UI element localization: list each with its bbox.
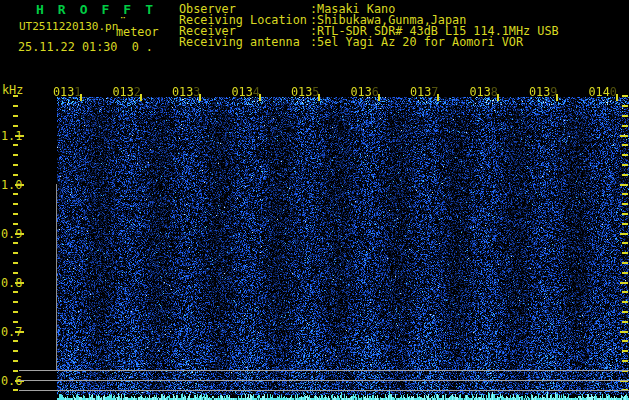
freq-minor-tick-right [622,321,628,323]
receiving-antenna-value: :5el Yagi Az 20 for Aomori VOR [310,37,523,48]
time-axis-label: 0132 [113,85,141,99]
time-minute-tick [378,94,380,101]
freq-major-tick-right [620,135,628,137]
time-minute-tick [80,94,82,101]
freq-major-tick-right [620,331,628,333]
time-axis-label: 0139 [529,85,557,99]
freq-major-tick-right [620,282,628,284]
time-minute-tick [318,94,320,101]
freq-minor-tick-right [622,154,628,156]
freq-major-tick-right [620,184,628,186]
time-axis-label: 0138 [470,85,498,99]
freq-minor-tick-right [622,223,628,225]
time-axis-label: 0140 [589,85,617,99]
freq-minor-tick-right [622,115,628,117]
freq-minor-tick-left [13,115,18,117]
freq-minor-tick-right [622,301,628,303]
freq-minor-tick-right [622,174,628,176]
freq-minor-tick-left [13,193,18,195]
time-minute-tick [199,94,201,101]
time-minute-tick [259,94,261,101]
freq-minor-tick-left [13,125,18,127]
freq-minor-tick-left [13,272,18,274]
freq-minor-tick-left [13,213,18,215]
spectrogram-noise-field [55,87,629,400]
freq-minor-tick-right [622,340,628,342]
freq-major-tick-left [15,135,24,137]
band-marker-line-upper [19,370,629,371]
freq-minor-tick-left [13,105,18,107]
time-minute-tick [437,94,439,101]
observation-mode-label: meteor [116,25,159,39]
freq-minor-tick-left [13,144,18,146]
freq-major-tick-left [15,282,24,284]
time-axis-label: 0133 [172,85,200,99]
time-axis-label: 0137 [410,85,438,99]
freq-minor-tick-right [622,360,628,362]
freq-major-tick-right [620,233,628,235]
freq-minor-tick-left [13,321,18,323]
freq-minor-tick-left [13,154,18,156]
time-axis-label: 0131 [53,85,81,99]
freq-minor-tick-left [13,350,18,352]
freq-minor-tick-right [622,125,628,127]
freq-minor-tick-right [622,311,628,313]
freq-minor-tick-left [13,223,18,225]
time-axis-label: 0136 [351,85,379,99]
freq-minor-tick-left [13,360,18,362]
freq-minor-tick-left [13,262,18,264]
freq-minor-tick-right [622,164,628,166]
band-marker-line-lower [19,390,629,391]
time-minute-tick [616,94,618,101]
freq-minor-tick-left [13,95,18,97]
freq-minor-tick-right [622,242,628,244]
time-minute-tick [497,94,499,101]
freq-minor-tick-left [13,174,18,176]
freq-minor-tick-left [13,389,18,391]
freq-major-tick-left [15,184,24,186]
app-title: HROFFT [36,2,167,17]
freq-minor-tick-left [13,311,18,313]
receiving-antenna-label: Receiving antenna [179,37,300,48]
freq-minor-tick-left [13,203,18,205]
freq-minor-tick-right [622,203,628,205]
freq-minor-tick-left [13,252,18,254]
freq-minor-tick-right [622,291,628,293]
plot-left-edge-marker-line [56,184,57,371]
freq-minor-tick-right [622,272,628,274]
band-marker-line-middle [19,380,629,381]
freq-minor-tick-right [622,213,628,215]
datetime-line: 25.11.22 01:30 0 . [18,40,153,54]
freq-major-tick-left [15,233,24,235]
freq-minor-tick-left [13,301,18,303]
freq-minor-tick-right [622,105,628,107]
freq-minor-tick-right [622,95,628,97]
freq-minor-tick-left [13,291,18,293]
freq-minor-tick-right [622,252,628,254]
freq-minor-tick-left [13,370,18,372]
freq-minor-tick-left [13,242,18,244]
freq-major-tick-left [15,331,24,333]
freq-minor-tick-right [622,193,628,195]
freq-minor-tick-right [622,350,628,352]
time-axis-label: 0135 [291,85,319,99]
freq-minor-tick-right [622,262,628,264]
freq-minor-tick-left [13,164,18,166]
freq-minor-tick-left [13,340,18,342]
time-minute-tick [140,94,142,101]
output-filename: UT2511220130.pn [19,20,118,33]
time-axis-label: 0134 [232,85,260,99]
freq-minor-tick-right [622,144,628,146]
hrofft-output-image: HROFFT UT2511220130.pn ¨ meteor 25.11.22… [0,0,629,400]
time-minute-tick [556,94,558,101]
